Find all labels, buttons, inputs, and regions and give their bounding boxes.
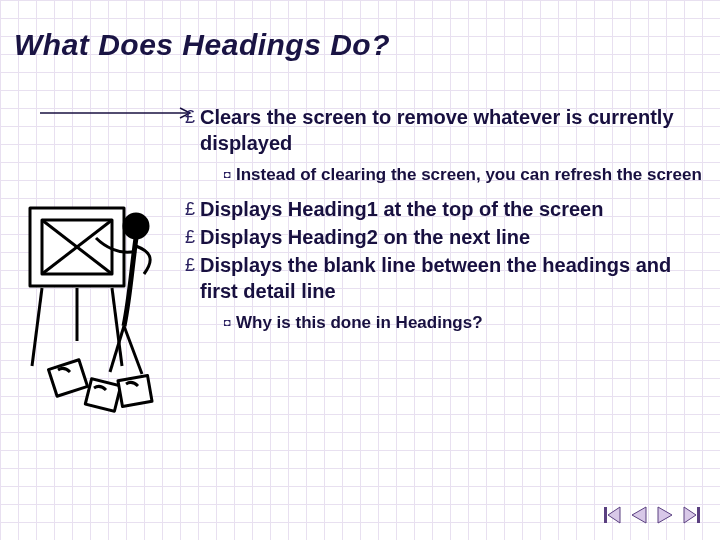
painter-clipart-icon xyxy=(24,196,182,426)
nav-prev-icon[interactable] xyxy=(628,504,650,526)
svg-marker-16 xyxy=(684,507,696,523)
slide-title: What Does Headings Do? xyxy=(0,0,720,62)
svg-marker-13 xyxy=(608,507,620,523)
list-sub-item: ◘ Instead of clearing the screen, you ca… xyxy=(218,164,702,186)
list-item: £ Displays the blank line between the he… xyxy=(180,252,702,304)
arrow-icon xyxy=(40,106,200,120)
bullet-text: Displays Heading2 on the next line xyxy=(200,224,702,250)
svg-rect-11 xyxy=(118,376,152,407)
nav-last-icon[interactable] xyxy=(680,504,702,526)
bullet-text: Clears the screen to remove whatever is … xyxy=(200,104,702,156)
content-area: £ Clears the screen to remove whatever i… xyxy=(180,104,702,344)
svg-marker-15 xyxy=(658,507,672,523)
bullet-icon: £ xyxy=(180,252,200,278)
svg-point-8 xyxy=(124,214,148,238)
list-item: £ Displays Heading1 at the top of the sc… xyxy=(180,196,702,222)
sub-bullet-icon: ◘ xyxy=(218,312,236,332)
nav-next-icon[interactable] xyxy=(654,504,676,526)
bullet-text: Displays the blank line between the head… xyxy=(200,252,702,304)
list-item: £ Displays Heading2 on the next line xyxy=(180,224,702,250)
svg-rect-17 xyxy=(697,507,700,523)
svg-line-5 xyxy=(32,288,42,366)
bullet-icon: £ xyxy=(180,196,200,222)
bullet-icon: £ xyxy=(180,104,200,130)
svg-rect-12 xyxy=(604,507,607,523)
bullet-text: Displays Heading1 at the top of the scre… xyxy=(200,196,702,222)
list-item: £ Clears the screen to remove whatever i… xyxy=(180,104,702,156)
svg-rect-10 xyxy=(85,379,120,411)
nav-first-icon[interactable] xyxy=(602,504,624,526)
svg-line-6 xyxy=(112,288,122,366)
list-sub-item: ◘ Why is this done in Headings? xyxy=(218,312,702,334)
nav-controls xyxy=(602,504,702,526)
svg-rect-9 xyxy=(48,360,87,397)
bullet-icon: £ xyxy=(180,224,200,250)
sub-bullet-text: Instead of clearing the screen, you can … xyxy=(236,164,702,186)
sub-bullet-icon: ◘ xyxy=(218,164,236,184)
sub-bullet-text: Why is this done in Headings? xyxy=(236,312,702,334)
svg-marker-14 xyxy=(632,507,646,523)
